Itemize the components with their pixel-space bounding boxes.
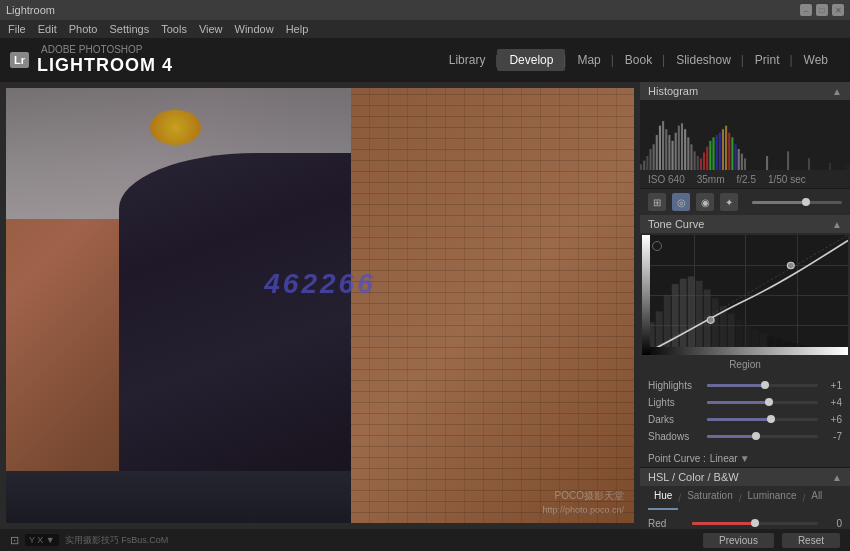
svg-rect-0 bbox=[640, 164, 642, 170]
svg-rect-10 bbox=[672, 141, 674, 170]
lights-label: Lights bbox=[648, 397, 703, 408]
darks-thumb[interactable] bbox=[767, 415, 775, 423]
svg-rect-9 bbox=[668, 135, 670, 170]
red-hue-value: 0 bbox=[822, 518, 842, 529]
curve-left-gradient bbox=[642, 235, 650, 355]
svg-rect-5 bbox=[656, 135, 658, 170]
shadows-row: Shadows -7 bbox=[648, 428, 842, 444]
right-panel: Histogram ▲ bbox=[640, 82, 850, 529]
shadows-label: Shadows bbox=[648, 431, 703, 442]
nav-tab-book[interactable]: Book bbox=[613, 49, 664, 71]
svg-rect-15 bbox=[687, 137, 689, 170]
nav-tab-web[interactable]: Web bbox=[792, 49, 840, 71]
svg-rect-22 bbox=[709, 141, 711, 170]
hsl-header[interactable]: HSL / Color / B&W ▲ bbox=[640, 468, 850, 486]
red-hue-track[interactable] bbox=[692, 522, 818, 525]
lights-track[interactable] bbox=[707, 401, 818, 404]
svg-rect-8 bbox=[665, 129, 667, 170]
menu-tools[interactable]: Tools bbox=[161, 23, 187, 35]
focal-value: 35mm bbox=[697, 174, 725, 185]
svg-rect-12 bbox=[678, 126, 680, 170]
bottom-bar: ⊡ Y X ▼ 实用摄影技巧 FsBus.CoM Previous Reset bbox=[0, 529, 850, 551]
hsl-section: HSL / Color / B&W ▲ Hue / Saturation / L… bbox=[640, 468, 850, 529]
spot-heal-tool[interactable]: ◎ bbox=[672, 193, 690, 211]
hsl-tab-hue[interactable]: Hue bbox=[648, 488, 678, 510]
svg-rect-37 bbox=[829, 163, 831, 170]
xy-indicator[interactable]: Y X ▼ bbox=[25, 534, 59, 546]
tone-curve-graph[interactable] bbox=[642, 235, 848, 355]
app-header: Lr ADOBE PHOTOSHOP LIGHTROOM 4 Library D… bbox=[0, 38, 850, 82]
reset-button[interactable]: Reset bbox=[782, 533, 840, 548]
gradient-tool[interactable]: ✦ bbox=[720, 193, 738, 211]
lights-thumb[interactable] bbox=[765, 398, 773, 406]
photo-watermark2: http://photo.poco.cn/ bbox=[542, 505, 624, 515]
curve-indicator[interactable] bbox=[652, 241, 662, 251]
darks-track[interactable] bbox=[707, 418, 818, 421]
histogram-arrow-icon: ▲ bbox=[832, 86, 842, 97]
red-eye-tool[interactable]: ◉ bbox=[696, 193, 714, 211]
svg-rect-25 bbox=[719, 133, 721, 170]
previous-button[interactable]: Previous bbox=[703, 533, 774, 548]
svg-rect-21 bbox=[706, 147, 708, 170]
shadows-track[interactable] bbox=[707, 435, 818, 438]
close-button[interactable]: ✕ bbox=[832, 4, 844, 16]
svg-rect-11 bbox=[675, 133, 677, 170]
svg-rect-20 bbox=[703, 153, 705, 171]
svg-rect-42 bbox=[672, 284, 679, 355]
svg-rect-4 bbox=[653, 144, 655, 170]
menu-settings[interactable]: Settings bbox=[109, 23, 149, 35]
svg-rect-2 bbox=[646, 156, 648, 170]
tone-curve-header[interactable]: Tone Curve ▲ bbox=[640, 215, 850, 233]
highlights-label: Highlights bbox=[648, 380, 703, 391]
svg-rect-38 bbox=[846, 165, 850, 170]
window-title: Lightroom bbox=[6, 4, 55, 16]
svg-rect-3 bbox=[649, 149, 651, 170]
histogram-header[interactable]: Histogram ▲ bbox=[640, 82, 850, 100]
svg-rect-30 bbox=[735, 144, 737, 170]
svg-rect-17 bbox=[694, 151, 696, 170]
maximize-button[interactable]: □ bbox=[816, 4, 828, 16]
menu-edit[interactable]: Edit bbox=[38, 23, 57, 35]
svg-rect-26 bbox=[722, 129, 724, 170]
svg-rect-13 bbox=[681, 123, 683, 170]
nav-tab-develop[interactable]: Develop bbox=[497, 49, 565, 71]
menu-help[interactable]: Help bbox=[286, 23, 309, 35]
photo-container: 462266 POCO摄影天堂 http://photo.poco.cn/ bbox=[6, 88, 634, 523]
red-hue-row: Red 0 bbox=[648, 515, 842, 529]
lr-logo-icon: Lr bbox=[10, 52, 29, 68]
menu-bar: File Edit Photo Settings Tools View Wind… bbox=[0, 20, 850, 38]
hsl-tab-luminance[interactable]: Luminance bbox=[742, 488, 803, 510]
region-sliders: Highlights +1 Lights +4 Da bbox=[640, 372, 850, 449]
crop-tool[interactable]: ⊞ bbox=[648, 193, 666, 211]
red-hue-thumb[interactable] bbox=[751, 519, 759, 527]
shutter-value: 1/50 sec bbox=[768, 174, 806, 185]
nav-tab-library[interactable]: Library bbox=[437, 49, 498, 71]
photo-overlay-text: 462266 bbox=[264, 268, 375, 300]
menu-view[interactable]: View bbox=[199, 23, 223, 35]
hsl-tab-all[interactable]: All bbox=[805, 488, 828, 510]
shadows-thumb[interactable] bbox=[752, 432, 760, 440]
menu-photo[interactable]: Photo bbox=[69, 23, 98, 35]
brick-wall bbox=[351, 88, 634, 523]
minimize-button[interactable]: – bbox=[800, 4, 812, 16]
svg-rect-27 bbox=[725, 126, 727, 170]
hsl-tab-saturation[interactable]: Saturation bbox=[681, 488, 739, 510]
svg-rect-28 bbox=[728, 133, 730, 170]
menu-window[interactable]: Window bbox=[235, 23, 274, 35]
highlights-thumb[interactable] bbox=[761, 381, 769, 389]
point-curve-dropdown-icon[interactable]: ▼ bbox=[740, 453, 750, 464]
highlights-track[interactable] bbox=[707, 384, 818, 387]
darks-label: Darks bbox=[648, 414, 703, 425]
fit-view-icon[interactable]: ⊡ bbox=[10, 534, 19, 547]
svg-point-65 bbox=[787, 262, 794, 269]
curve-bottom-gradient bbox=[642, 347, 848, 355]
nav-tab-map[interactable]: Map bbox=[565, 49, 612, 71]
hsl-tabs: Hue / Saturation / Luminance / All bbox=[640, 486, 850, 512]
nav-tab-slideshow[interactable]: Slideshow bbox=[664, 49, 743, 71]
tool-slider[interactable] bbox=[752, 201, 842, 204]
svg-rect-35 bbox=[787, 151, 789, 170]
curve-bg-histogram bbox=[642, 235, 848, 355]
nav-tab-print[interactable]: Print bbox=[743, 49, 792, 71]
menu-file[interactable]: File bbox=[8, 23, 26, 35]
region-label-row: Region bbox=[640, 357, 850, 372]
